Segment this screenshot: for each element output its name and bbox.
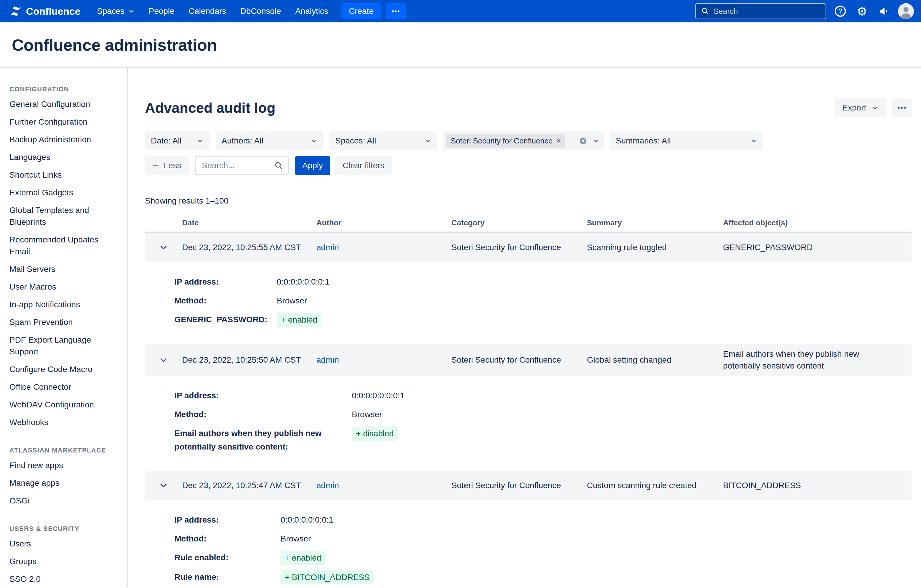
authors-filter[interactable]: Authors: All [216, 132, 324, 150]
sidebar-item[interactable]: Webhooks [0, 414, 127, 431]
sidebar-item[interactable]: OSGi [0, 492, 127, 510]
less-filters-button[interactable]: − Less [145, 156, 189, 175]
nav-item-people[interactable]: People [142, 0, 182, 23]
expand-cell [145, 478, 182, 493]
table-header-row: Date Author Category Summary Affected ob… [145, 214, 911, 233]
sidebar-item[interactable]: Spam Prevention [0, 313, 127, 331]
page-header: Confluence administration [0, 23, 921, 67]
sidebar-item[interactable]: Mail Servers [0, 260, 127, 278]
chip-remove-icon[interactable] [556, 138, 561, 143]
sidebar-item[interactable]: Global Templates and Blueprints [0, 201, 127, 231]
row-author-link[interactable]: admin [316, 243, 339, 252]
sidebar-item[interactable]: General Configuration [0, 96, 127, 113]
sidebar-item[interactable]: Recommended Updates Email [0, 231, 127, 260]
filters-actions-row: − Less Apply Clear filters [145, 156, 912, 175]
nav-item-dbconsole[interactable]: DbConsole [233, 0, 288, 23]
spaces-filter[interactable]: Spaces: All [329, 132, 437, 150]
row-summary: Custom scanning rule created [587, 479, 723, 491]
export-label: Export [842, 103, 866, 112]
row-affected: Email authors when they publish new pote… [723, 348, 911, 372]
nav-item-analytics[interactable]: Analytics [288, 0, 335, 23]
help-icon: ? [835, 6, 846, 17]
chevron-down-icon [872, 104, 879, 111]
sidebar-item[interactable]: User Macros [0, 278, 127, 296]
confluence-logo[interactable]: Confluence [6, 5, 90, 17]
apply-button[interactable]: Apply [295, 156, 330, 175]
sidebar-item[interactable]: Shortcut Links [0, 166, 127, 184]
chevron-down-icon [197, 137, 204, 145]
sidebar-item[interactable]: PDF Export Language Support [0, 331, 127, 361]
chevron-down-icon [592, 137, 599, 145]
filters-row: Date: All Authors: All Spaces: All Soter… [145, 132, 912, 150]
column-header-date: Date [182, 218, 316, 227]
row-author-link[interactable]: admin [316, 481, 339, 490]
nav-item-spaces[interactable]: Spaces [90, 0, 142, 23]
nav-item-label: DbConsole [240, 6, 281, 16]
row-date: Dec 23, 2022, 10:25:47 AM CST [182, 479, 316, 491]
global-search-input[interactable] [714, 7, 820, 16]
row-expand-toggle[interactable] [156, 240, 171, 255]
row-author-link[interactable]: admin [316, 355, 339, 364]
sidebar-item[interactable]: Office Connector [0, 378, 127, 396]
row-summary: Global setting changed [587, 354, 723, 366]
detail-label: IP address: [174, 389, 352, 408]
help-button[interactable]: ? [833, 3, 848, 19]
create-button[interactable]: Create [341, 3, 381, 19]
row-expand-toggle[interactable] [156, 352, 171, 368]
sidebar-item[interactable]: Users [0, 535, 127, 553]
summaries-filter[interactable]: Summaries: All [610, 132, 763, 150]
sidebar-item[interactable]: Groups [0, 553, 127, 570]
sidebar-item[interactable]: Backup Administration [0, 131, 127, 148]
sidebar-item[interactable]: Further Configuration [0, 113, 127, 131]
summaries-filter-label: Summaries: All [616, 136, 671, 146]
admin-sidebar: CONFIGURATIONGeneral ConfigurationFurthe… [0, 68, 128, 587]
chevron-down-icon [750, 137, 757, 145]
detail-label: GENERIC_PASSWORD: [174, 313, 277, 332]
user-avatar[interactable] [898, 3, 914, 19]
nav-more-button[interactable]: ••• [386, 3, 406, 19]
nav-item-label: Spaces [97, 6, 124, 16]
row-expand-toggle[interactable] [156, 478, 171, 493]
filter-search-input[interactable] [202, 161, 274, 170]
nav-item-calendars[interactable]: Calendars [182, 0, 233, 23]
sidebar-item[interactable]: Languages [0, 148, 127, 166]
sidebar-item[interactable]: Find new apps [0, 456, 127, 474]
detail-value: + BITCOIN_ADDRESS [280, 570, 426, 587]
sidebar-item[interactable]: Manage apps [0, 474, 127, 492]
filter-chip: Soteri Security for Confluence [446, 134, 565, 148]
expand-cell [145, 352, 182, 368]
global-search[interactable] [695, 3, 826, 19]
row-affected: GENERIC_PASSWORD [723, 242, 911, 253]
date-filter[interactable]: Date: All [145, 132, 210, 150]
expand-cell [145, 240, 182, 255]
row-author-cell: admin [316, 354, 451, 366]
row-affected: BITCOIN_ADDRESS [723, 479, 911, 491]
export-button[interactable]: Export [835, 98, 886, 117]
more-actions-button[interactable]: ••• [892, 98, 912, 117]
sidebar-item[interactable]: WebDAV Configuration [0, 396, 127, 414]
filter-chip-label: Soteri Security for Confluence [451, 136, 552, 146]
results-count: Showing results 1–100 [145, 196, 912, 206]
detail-label: IP address: [174, 275, 277, 294]
detail-value: 0:0:0:0:0:0:0:1 [352, 389, 405, 408]
row-category: Soteri Security for Confluence [451, 242, 587, 253]
audit-row-summary: Dec 23, 2022, 10:25:50 AM CSTadminSoteri… [145, 344, 911, 376]
sidebar-item[interactable]: In-app Notifications [0, 296, 127, 313]
clear-filters-button[interactable]: Clear filters [335, 156, 392, 175]
announcements-button[interactable] [876, 3, 892, 19]
sidebar-item[interactable]: SSO 2.0 [0, 570, 127, 587]
sidebar-item[interactable]: Configure Code Macro [0, 361, 127, 378]
admin-settings-button[interactable]: ⚙ [854, 3, 870, 19]
chevron-down-icon [424, 137, 431, 145]
search-icon [701, 7, 709, 15]
clear-selection-icon[interactable] [579, 136, 587, 145]
filter-search[interactable] [195, 156, 289, 175]
detail-label: Method: [174, 294, 277, 313]
details-table: IP address:0:0:0:0:0:0:0:1Method:Browser… [174, 389, 405, 459]
detail-value: + disabled [352, 427, 405, 459]
detail-label: Rule name: [174, 570, 280, 587]
row-author-cell: admin [316, 242, 451, 253]
sidebar-item[interactable]: External Gadgets [0, 184, 127, 201]
categories-filter[interactable]: Soteri Security for Confluence [443, 132, 604, 150]
chevron-down-icon [311, 137, 317, 145]
